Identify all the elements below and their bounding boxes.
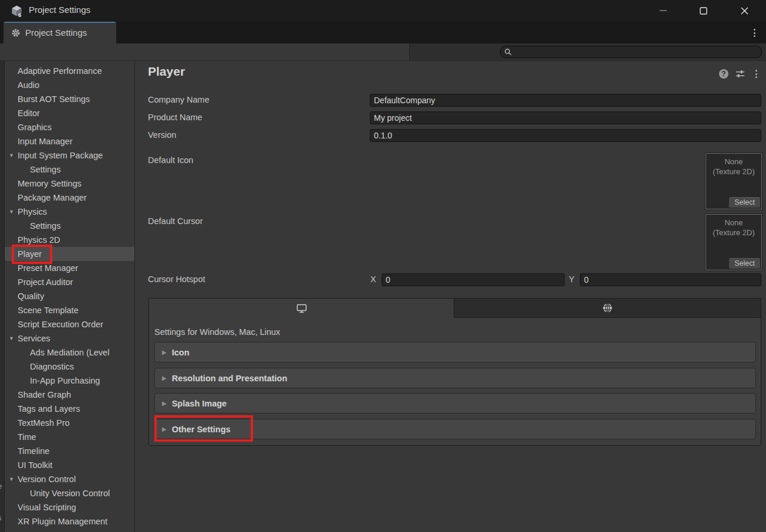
texture-none-text: None (Texture 2D) [706,218,761,238]
product-name-input[interactable] [370,111,761,124]
minimize-button[interactable] [650,0,677,21]
gear-icon [11,28,21,38]
search-icon [504,48,512,56]
search-box[interactable] [500,46,762,58]
version-input[interactable] [370,129,761,142]
presets-icon[interactable] [735,69,745,79]
platform-settings-box: Settings for Windows, Mac, Linux ▶ Icon … [149,298,761,446]
tab-strip: Project Settings [0,22,766,43]
section-icon[interactable]: ▶ Icon [154,342,756,362]
default-icon-select-button[interactable]: Select [729,198,760,208]
sidebar-item-time[interactable]: Time [5,430,134,444]
sidebar-item-quality[interactable]: Quality [5,289,134,303]
svg-text:6: 6 [18,12,21,18]
sidebar-item-input-manager[interactable]: Input Manager [5,134,134,148]
toolbar-search-area [409,43,766,60]
texture-none-text: None (Texture 2D) [706,157,761,177]
foldout-closed-icon[interactable]: ▶ [162,400,167,406]
close-button[interactable] [731,0,758,21]
platform-caption: Settings for Windows, Mac, Linux [154,327,280,337]
sidebar-item-project-auditor[interactable]: Project Auditor [5,275,134,289]
foldout-closed-icon[interactable]: ▶ [162,426,167,432]
foldout-open-icon[interactable]: ▼ [9,472,14,486]
maximize-button[interactable] [690,0,717,21]
window-menu-kebab-icon[interactable] [750,28,759,38]
edge-fragment: e [0,482,2,490]
background-window-edge: e s [0,61,5,532]
sidebar-item-version-control[interactable]: ▼ Version Control [5,472,134,486]
globe-icon [602,303,613,313]
sidebar-item-memory-settings[interactable]: Memory Settings [5,177,134,191]
foldout-open-icon[interactable]: ▼ [9,205,14,219]
sidebar-item-physics-2d[interactable]: Physics 2D [5,233,134,247]
cursor-hotspot-label: Cursor Hotspot [148,275,205,284]
tab-project-settings[interactable]: Project Settings [4,22,116,43]
sidebar-item-audio[interactable]: Audio [5,78,134,92]
player-settings-panel: Player ? Company Name Product Name Versi… [135,61,766,532]
sidebar-item-package-manager[interactable]: Package Manager [5,191,134,205]
sidebar-item-editor[interactable]: Editor [5,106,134,120]
sidebar-item-settings[interactable]: Settings [5,219,134,233]
company-name-input[interactable] [370,94,761,107]
section-other-settings[interactable]: ▶ Other Settings [154,419,756,439]
unity-logo-icon: 6 [10,4,23,18]
sidebar-item-xr-plugin-management[interactable]: XR Plugin Management [5,514,134,528]
panel-menu-kebab-icon[interactable] [752,69,760,79]
product-name-label: Product Name [148,113,203,122]
default-icon-label: Default Icon [148,155,193,165]
sidebar-item-shader-graph[interactable]: Shader Graph [5,388,134,402]
sidebar-item-player[interactable]: Player [5,247,134,261]
sidebar-item-physics[interactable]: ▼ Physics [5,205,134,219]
sidebar-item-textmesh-pro[interactable]: TextMesh Pro [5,416,134,430]
sidebar-item-tags-and-layers[interactable]: Tags and Layers [5,402,134,416]
window-titlebar: 6 Project Settings [0,0,766,22]
default-cursor-slot[interactable]: None (Texture 2D) Select [706,214,762,270]
section-splash-image[interactable]: ▶ Splash Image [154,393,756,414]
default-cursor-label: Default Cursor [148,216,203,226]
company-name-label: Company Name [148,95,210,104]
sidebar-item-adaptive-performance[interactable]: Adaptive Performance [5,64,134,78]
sidebar-item-input-system-package[interactable]: ▼ Input System Package [5,148,134,162]
sidebar-item-script-execution-order[interactable]: Script Execution Order [5,317,134,331]
sidebar-item-burst-aot-settings[interactable]: Burst AOT Settings [5,92,134,106]
window-title: Project Settings [29,5,90,15]
hotspot-x-label: X [370,275,376,284]
sidebar-item-timeline[interactable]: Timeline [5,444,134,458]
sidebar-item-visual-scripting[interactable]: Visual Scripting [5,500,134,514]
edge-fragment: s [0,513,2,522]
hotspot-x-input[interactable] [382,273,565,286]
sidebar-item-services[interactable]: ▼ Services [5,331,134,345]
version-label: Version [148,130,176,140]
sidebar-item-ui-toolkit[interactable]: UI Toolkit [5,458,134,472]
hotspot-y-label: Y [569,275,575,284]
section-resolution-and-presentation[interactable]: ▶ Resolution and Presentation [154,368,756,388]
help-icon[interactable]: ? [719,69,728,79]
sidebar: Adaptive Performance Audio Burst AOT Set… [5,61,135,532]
search-input[interactable] [512,46,761,57]
sidebar-item-diagnostics[interactable]: Diagnostics [5,360,134,374]
sidebar-item-scene-template[interactable]: Scene Template [5,303,134,317]
monitor-icon [296,304,307,313]
default-icon-slot[interactable]: None (Texture 2D) Select [706,153,762,209]
foldout-closed-icon[interactable]: ▶ [162,349,167,355]
page-title: Player [148,65,185,79]
tab-platform-web[interactable] [454,299,761,318]
foldout-closed-icon[interactable]: ▶ [162,375,167,381]
hotspot-y-input[interactable] [580,273,761,286]
sidebar-item-preset-manager[interactable]: Preset Manager [5,261,134,275]
sidebar-item-unity-version-control[interactable]: Unity Version Control [5,486,134,500]
foldout-open-icon[interactable]: ▼ [9,148,14,162]
foldout-open-icon[interactable]: ▼ [9,331,14,345]
default-cursor-select-button[interactable]: Select [729,259,760,269]
sidebar-item-ads-mediation-level[interactable]: Ads Mediation (Level [5,345,134,360]
sidebar-item-settings[interactable]: Settings [5,162,134,177]
sidebar-item-in-app-purchasing[interactable]: In-App Purchasing [5,374,134,388]
tab-label: Project Settings [25,28,87,38]
tab-platform-desktop[interactable] [149,299,454,318]
settings-toolbar [0,43,766,61]
sidebar-item-graphics[interactable]: Graphics [5,120,134,134]
